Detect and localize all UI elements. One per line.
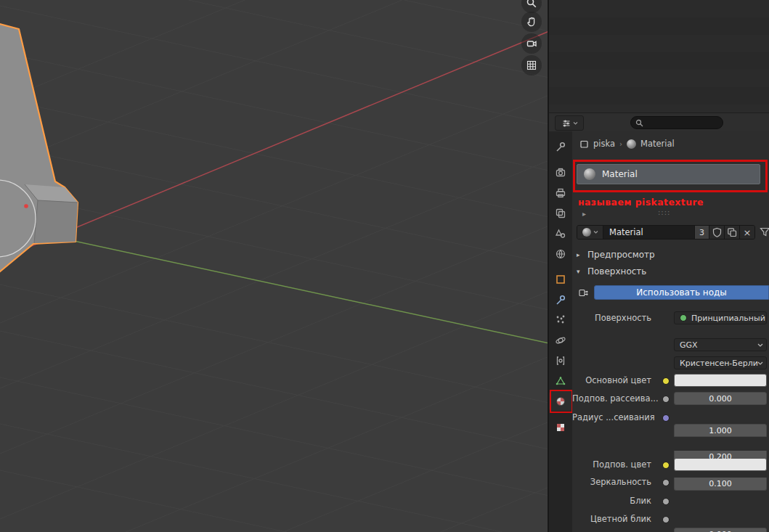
tab-object-data[interactable] xyxy=(549,371,572,390)
tool-icon xyxy=(555,141,566,152)
sss-method-dropdown[interactable]: Кристенсен-Берли xyxy=(674,356,767,369)
sss-method-value: Кристенсен-Берли xyxy=(680,359,758,368)
chevron-down-icon xyxy=(757,343,763,348)
sss-radius-x-value: 1.000 xyxy=(709,426,732,435)
physics-icon xyxy=(555,335,566,346)
y-axis-line xyxy=(0,225,548,343)
fake-user-button[interactable] xyxy=(709,226,725,239)
collapsed-panel-arrow[interactable]: ▸ xyxy=(582,210,586,218)
search-input[interactable] xyxy=(646,118,718,128)
tab-constraints[interactable] xyxy=(549,351,572,370)
tab-modifiers[interactable] xyxy=(549,290,572,309)
tab-render[interactable] xyxy=(549,163,572,182)
shield-icon xyxy=(712,227,722,237)
camera-view-icon[interactable] xyxy=(521,33,542,54)
nodes-icon-button[interactable] xyxy=(577,286,590,300)
value-socket-icon xyxy=(662,396,670,403)
material-name-input[interactable]: Material xyxy=(603,226,695,239)
surface-shader-field[interactable]: Принципиальный BSDF xyxy=(674,311,767,324)
output-icon xyxy=(555,187,566,199)
chevron-down-icon xyxy=(757,361,763,366)
search-field[interactable] xyxy=(630,116,723,129)
texture-icon xyxy=(555,422,566,433)
panel-header-preview[interactable]: ▸ Предпросмотр xyxy=(577,249,655,261)
blender-window: piska › Material Material называем piska… xyxy=(0,0,769,532)
subsurface-label: Подпов. рассеива... xyxy=(572,392,651,405)
base-color-label: Основной цвет xyxy=(572,374,651,387)
outliner-empty-area[interactable] xyxy=(549,0,769,113)
tab-texture[interactable] xyxy=(549,417,572,437)
specular-reflect-label: Зеркальность xyxy=(572,475,651,488)
grid-ortho-icon[interactable] xyxy=(521,55,542,75)
node-editor-icon xyxy=(578,287,589,298)
material-name-label: Material xyxy=(602,169,638,179)
subsurface-slider[interactable]: 0.000 xyxy=(674,392,767,405)
unlink-material-button[interactable]: × xyxy=(740,226,754,239)
search-icon xyxy=(635,119,643,127)
specular-tint-label: Цветной блик xyxy=(572,512,651,525)
sss-radius-z-value: 0.100 xyxy=(709,479,732,488)
particles-icon xyxy=(555,314,566,326)
subsurface-value: 0.000 xyxy=(709,394,732,404)
viewport-scene xyxy=(0,0,548,532)
tab-physics[interactable] xyxy=(549,330,572,350)
editor-type-button[interactable] xyxy=(555,115,584,131)
annotation-text: называем piskatexture xyxy=(578,197,704,208)
properties-content: piska › Material Material называем piska… xyxy=(572,131,769,532)
base-color-swatch[interactable] xyxy=(674,374,767,387)
x-axis-line xyxy=(0,31,548,259)
properties-editor-icon xyxy=(561,118,571,128)
properties-header xyxy=(549,113,769,132)
new-material-button[interactable] xyxy=(725,226,740,239)
view-layer-icon xyxy=(555,208,566,219)
collapse-arrow-icon: ▸ xyxy=(577,251,582,258)
chevron-down-icon xyxy=(573,121,578,126)
panel-preview-label: Предпросмотр xyxy=(587,250,655,260)
use-nodes-button[interactable]: Использовать ноды xyxy=(594,285,769,300)
pan-hand-icon[interactable] xyxy=(521,12,542,32)
modifiers-wrench-icon xyxy=(555,294,566,306)
tab-tool[interactable] xyxy=(549,136,572,156)
breadcrumb-material[interactable]: Material xyxy=(640,139,675,149)
browse-material-button[interactable] xyxy=(577,226,603,239)
material-sphere-icon xyxy=(627,139,636,149)
tab-view-layer[interactable] xyxy=(549,203,572,223)
constraints-icon xyxy=(555,355,566,367)
panel-grip-dots[interactable]: :::: xyxy=(658,208,670,216)
filter-funnel-icon[interactable] xyxy=(760,226,769,237)
distribution-dropdown[interactable]: GGX xyxy=(674,338,767,351)
material-preview-sphere-icon xyxy=(584,168,595,180)
sss-radius-z-field[interactable]: 0.100 xyxy=(674,478,767,491)
tab-object[interactable] xyxy=(549,269,572,289)
sss-radius-label: Радиус ...сеивания xyxy=(572,411,651,424)
tab-scene[interactable] xyxy=(549,224,572,243)
expand-arrow-icon: ▾ xyxy=(577,268,582,275)
scene-icon xyxy=(555,228,566,240)
object-data-icon xyxy=(555,375,566,387)
breadcrumb-separator: › xyxy=(619,140,622,148)
tab-output[interactable] xyxy=(549,183,572,202)
tab-world[interactable] xyxy=(549,244,572,263)
value-socket-icon xyxy=(662,479,670,486)
panel-header-surface[interactable]: ▾ Поверхность xyxy=(577,266,646,277)
tab-material[interactable] xyxy=(549,391,572,411)
sss-radius-y-value: 0.200 xyxy=(709,452,732,462)
specular-reflect-slider[interactable]: 0.000 xyxy=(674,528,767,532)
breadcrumb: piska › Material xyxy=(579,137,675,150)
tab-particles[interactable] xyxy=(549,310,572,330)
user-count-button[interactable]: 3 xyxy=(695,226,709,239)
grid-lines xyxy=(0,0,548,532)
material-name-button[interactable]: Material xyxy=(577,164,760,184)
distribution-value: GGX xyxy=(680,340,698,350)
sss-radius-x-field[interactable]: 1.000 xyxy=(674,424,767,437)
value-socket-icon xyxy=(662,516,670,523)
chevron-down-icon xyxy=(593,230,598,234)
specular-label: Блик xyxy=(572,494,651,507)
world-icon xyxy=(555,248,566,260)
color-socket-icon xyxy=(662,377,670,385)
breadcrumb-object[interactable]: piska xyxy=(593,139,615,149)
3d-viewport[interactable] xyxy=(0,0,548,532)
material-datablock-row: Material 3 × xyxy=(577,225,755,240)
shader-socket-icon xyxy=(680,314,687,322)
color-socket-icon xyxy=(662,462,670,469)
